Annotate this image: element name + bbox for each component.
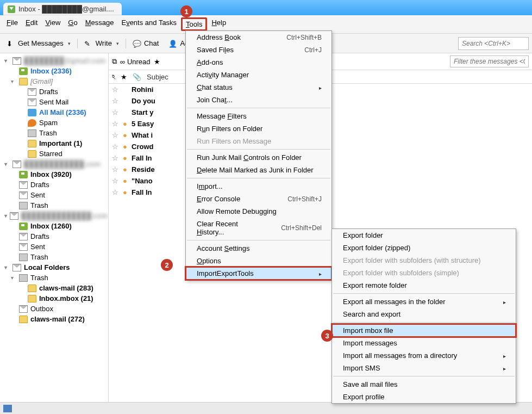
menu-item[interactable]: Allow Remote Debugging	[186, 205, 331, 218]
menu-item[interactable]: Activity Manager	[186, 69, 331, 81]
status-icon[interactable]	[3, 405, 12, 412]
folder-item[interactable]: Sent Mail	[0, 97, 108, 107]
mail-icon	[12, 264, 21, 271]
menu-item[interactable]: Options	[186, 255, 331, 267]
folder-item[interactable]: Sent	[0, 242, 108, 252]
folder-item[interactable]: Spam	[0, 118, 108, 128]
folder-item[interactable]: Sent	[0, 190, 108, 200]
qf-unread[interactable]: ∞ Unread	[120, 58, 151, 66]
menu-item[interactable]: Saved FilesCtrl+J	[186, 44, 331, 56]
star-icon[interactable]: ☆	[112, 177, 120, 185]
menu-item[interactable]: Chat status	[186, 81, 331, 94]
menu-item[interactable]: Import messages	[332, 337, 516, 349]
menu-item[interactable]: Export folder (zipped)	[332, 242, 516, 254]
menu-help[interactable]: Help	[208, 17, 229, 31]
folder-item[interactable]: All Mail (2336)	[0, 107, 108, 118]
menu-item[interactable]: Account Settings	[186, 242, 331, 255]
menu-item[interactable]: Message Filters	[186, 110, 331, 122]
message-filter[interactable]	[450, 55, 529, 67]
menu-view[interactable]: View	[42, 17, 64, 31]
folder-icon	[28, 109, 36, 116]
col-attach-icon[interactable]: 📎	[133, 73, 141, 81]
menu-item[interactable]: Address BookCtrl+Shift+B	[186, 31, 331, 44]
folder-item[interactable]: Inbox (2336)	[0, 66, 108, 76]
folder-item[interactable]: Starred	[0, 149, 108, 159]
menu-item[interactable]: Run Filters on Folder	[186, 122, 331, 135]
folder-icon	[28, 119, 36, 127]
account-header[interactable]: ▾Local Folders	[0, 262, 108, 273]
write-button[interactable]: ✎ Write	[81, 38, 122, 49]
menu-message[interactable]: Message	[82, 17, 117, 31]
col-star-icon[interactable]: ★	[121, 73, 127, 81]
menu-separator	[333, 322, 515, 323]
col-subject[interactable]: Subjec	[147, 73, 168, 81]
get-messages-label: Get Messages	[18, 39, 64, 47]
app-tab[interactable]: Inbox - ████████@gmail....	[3, 3, 122, 15]
mail-icon	[12, 160, 21, 168]
star-icon[interactable]: ☆	[112, 165, 120, 174]
menu-item[interactable]: Save all mail files	[332, 378, 516, 391]
menu-item[interactable]: Export all messages in the folder	[332, 295, 516, 308]
folder-item[interactable]: Inbox.mbox (21)	[0, 293, 108, 304]
menu-item[interactable]: Import all messages from a directory	[332, 349, 516, 362]
qf-toggle-icon[interactable]: ⧉	[112, 57, 117, 66]
star-icon[interactable]: ☆	[112, 188, 120, 196]
separator	[77, 39, 78, 48]
account-header[interactable]: ▾████████████.com	[0, 159, 108, 169]
folder-item[interactable]: Trash	[0, 200, 108, 211]
folder-item[interactable]: Outbox	[0, 304, 108, 314]
menu-edit[interactable]: Edit	[22, 17, 41, 31]
menu-item[interactable]: Run Junk Mail Controls on Folder	[186, 151, 331, 164]
menu-item[interactable]: ImportExportTools	[186, 267, 331, 280]
menu-file[interactable]: File	[3, 17, 21, 31]
menu-go[interactable]: Go	[65, 17, 80, 31]
menu-item[interactable]: Join Chat...	[186, 94, 331, 106]
menu-item[interactable]: Export profile	[332, 391, 516, 403]
menu-item[interactable]: Import...	[186, 180, 331, 193]
folder-item[interactable]: Drafts	[0, 231, 108, 242]
menu-item[interactable]: Import SMS	[332, 362, 516, 374]
folder-item[interactable]: Inbox (1260)	[0, 221, 108, 231]
menu-item[interactable]: Import mbox file	[332, 324, 516, 337]
subject-cell: Fall In	[132, 154, 152, 162]
search-input[interactable]	[458, 37, 529, 50]
get-messages-button[interactable]: ⬇ Get Messages	[3, 38, 74, 49]
folder-item[interactable]: Inbox (3920)	[0, 169, 108, 180]
folder-item[interactable]: Drafts	[0, 180, 108, 190]
col-thread-icon[interactable]: ঽ	[112, 72, 115, 81]
menu-tools[interactable]: Tools	[181, 17, 207, 31]
star-icon[interactable]: ☆	[112, 108, 120, 116]
tag-dot-icon: ●	[123, 177, 128, 185]
folder-item[interactable]: claws-mail (272)	[0, 314, 108, 324]
menu-item[interactable]: Clear Recent History...Ctrl+Shift+Del	[186, 218, 331, 238]
star-icon[interactable]: ☆	[112, 120, 120, 128]
global-search[interactable]	[458, 37, 529, 50]
chat-button[interactable]: 💬 Chat	[129, 38, 162, 49]
menu-item[interactable]: Add-ons	[186, 56, 331, 69]
menu-item[interactable]: Delete Mail Marked as Junk in Folder	[186, 164, 331, 176]
folder-item[interactable]: ▾[Gmail]	[0, 76, 108, 86]
folder-icon	[28, 88, 36, 96]
folder-icon	[19, 171, 28, 178]
star-icon[interactable]: ☆	[112, 154, 120, 162]
folder-item[interactable]: Trash	[0, 252, 108, 262]
star-icon[interactable]: ☆	[112, 97, 120, 105]
folder-item[interactable]: Important (1)	[0, 138, 108, 149]
folder-item[interactable]: Drafts	[0, 86, 108, 97]
folder-item[interactable]: claws-mail (283)	[0, 283, 108, 293]
menu-item[interactable]: Export folder	[332, 229, 516, 242]
star-icon[interactable]: ☆	[112, 131, 120, 139]
menu-item[interactable]: Error ConsoleCtrl+Shift+J	[186, 193, 331, 205]
chat-label: Chat	[144, 39, 159, 47]
menu-item[interactable]: Search and export	[332, 308, 516, 320]
folder-item[interactable]: ▾Trash	[0, 273, 108, 283]
menu-events-tasks[interactable]: Events and Tasks	[118, 17, 180, 31]
account-header[interactable]: ▾██████████████.com	[0, 211, 108, 221]
qf-starred[interactable]: ★	[154, 58, 160, 66]
folder-item[interactable]: Trash	[0, 128, 108, 138]
filter-input[interactable]	[450, 55, 529, 67]
account-header[interactable]: ▾████████@gmail.com	[0, 55, 108, 66]
star-icon[interactable]: ☆	[112, 143, 120, 151]
menu-item[interactable]: Export remote folder	[332, 279, 516, 292]
star-icon[interactable]: ☆	[112, 85, 120, 94]
